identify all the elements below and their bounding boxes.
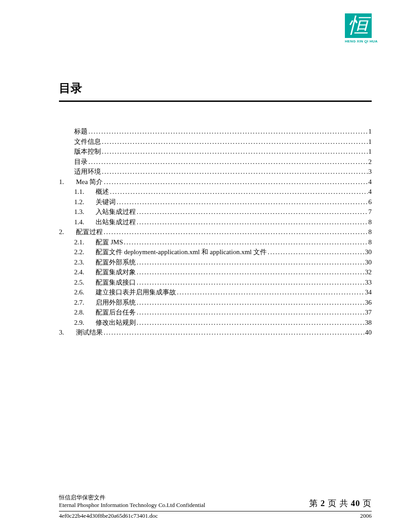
toc-entry: 1.Mea 简介4 [59, 177, 372, 187]
toc-page: 32 [365, 267, 372, 277]
toc-page: 1 [369, 137, 372, 147]
toc-leader [102, 139, 368, 147]
footer-rule [59, 511, 372, 511]
toc-page: 7 [369, 207, 372, 217]
footer-confidential-en: Eternal Phosphor Information Technology … [59, 501, 205, 509]
heading-rule [59, 101, 372, 102]
toc-page: 3 [369, 167, 372, 177]
logo-glyph: 恒 [348, 15, 369, 36]
toc-entry: 2.配置过程8 [59, 227, 372, 237]
footer-confidential-zh: 恒信启华保密文件 [59, 494, 205, 502]
footer-year: 2006 [360, 512, 372, 519]
toc-title: 出站集成过程 [96, 217, 136, 227]
toc-entry: 1.1.概述4 [59, 187, 372, 197]
toc-entry: 2.4.配置集成对象32 [59, 267, 372, 277]
toc-title: 配置 JMS [96, 237, 123, 247]
toc-leader [117, 200, 368, 207]
toc-title: 配置集成对象 [96, 267, 136, 277]
company-logo: 恒 HENG XIN QI HUA [345, 13, 372, 43]
toc-page: 1 [369, 126, 372, 137]
footer-page-indicator: 第 2 页 共 40 页 [309, 498, 372, 509]
toc-entry: 1.3.入站集成过程7 [59, 207, 372, 217]
toc-title: 配置集成接口 [96, 277, 136, 288]
toc-entry: 2.8.配置后台任务37 [59, 307, 372, 318]
toc-entry: 1.2.关键词6 [59, 197, 372, 207]
logo-mark: 恒 [345, 13, 372, 38]
footer-doc-ref: 4ef0c22b4e4d30f8be20a65d61c73401.doc [59, 512, 158, 519]
toc-leader [137, 220, 368, 227]
toc-leader [102, 169, 368, 177]
toc-entry: 2.3.配置外部系统30 [59, 257, 372, 268]
toc-entry: 2.2.配置文件 deployment-application.xml 和 ap… [59, 247, 372, 257]
toc-page: 6 [369, 197, 372, 207]
toc-title: 版本控制 [74, 147, 101, 157]
toc-title: 目录 [74, 157, 88, 167]
page-footer: 恒信启华保密文件 Eternal Phosphor Information Te… [59, 494, 372, 519]
toc-heading: 目录 [59, 80, 372, 96]
toc-page: 2 [369, 157, 372, 167]
toc-leader [88, 159, 368, 167]
toc-title: 启用外部系统 [96, 297, 136, 308]
toc-title: 配置文件 deployment-application.xml 和 applic… [96, 247, 267, 257]
toc-leader [88, 129, 368, 137]
toc-page: 8 [369, 237, 372, 247]
toc-entry: 文件信息1 [59, 137, 372, 147]
toc-number: 2.8. [74, 307, 96, 318]
toc-title: 配置外部系统 [96, 257, 136, 268]
toc-title: 配置过程 [76, 227, 103, 237]
toc-page: 40 [365, 327, 372, 338]
toc-page: 36 [365, 297, 372, 308]
toc-title: 入站集成过程 [96, 207, 136, 217]
toc-number: 2. [59, 227, 76, 237]
toc-number: 1.1. [74, 187, 96, 197]
toc-number: 2.4. [74, 267, 96, 277]
toc-entry: 2.6.建立接口表并启用集成事故34 [59, 287, 372, 297]
toc-page: 37 [365, 307, 372, 318]
toc-leader [137, 280, 364, 288]
toc-leader [104, 230, 368, 237]
table-of-contents: 标题1文件信息1版本控制1目录2适用环境31.Mea 简介41.1.概述41.2… [59, 126, 372, 338]
toc-title: 适用环境 [74, 167, 101, 177]
toc-number: 1.3. [74, 207, 96, 217]
toc-leader [137, 260, 364, 268]
toc-number: 3. [59, 327, 76, 338]
toc-page: 30 [365, 247, 372, 257]
logo-subtext: HENG XIN QI HUA [345, 39, 372, 43]
toc-leader [102, 149, 368, 157]
toc-leader [177, 290, 364, 297]
toc-page: 4 [369, 187, 372, 197]
toc-title: 修改出站规则 [96, 318, 136, 328]
toc-number: 2.5. [74, 277, 96, 288]
toc-leader [104, 180, 367, 187]
toc-title: 关键词 [96, 197, 116, 207]
toc-title: 建立接口表并启用集成事故 [96, 287, 176, 297]
toc-page: 8 [369, 217, 372, 227]
toc-leader [268, 250, 364, 257]
toc-title: 概述 [96, 187, 109, 197]
toc-entry: 2.9.修改出站规则38 [59, 318, 372, 328]
toc-number: 2.6. [74, 287, 96, 297]
toc-entry: 目录2 [59, 157, 372, 167]
toc-number: 1. [59, 177, 76, 187]
toc-number: 2.1. [74, 237, 96, 247]
toc-page: 33 [365, 277, 372, 288]
toc-title: Mea 简介 [76, 177, 103, 187]
toc-leader [137, 209, 368, 217]
toc-entry: 2.1.配置 JMS8 [59, 237, 372, 247]
toc-entry: 适用环境3 [59, 167, 372, 177]
toc-entry: 版本控制1 [59, 147, 372, 157]
toc-page: 4 [369, 177, 372, 187]
toc-number: 2.9. [74, 318, 96, 328]
toc-leader [124, 240, 367, 247]
toc-page: 38 [365, 318, 372, 328]
toc-page: 1 [369, 147, 372, 157]
toc-title: 标题 [74, 126, 88, 137]
toc-number: 2.2. [74, 247, 96, 257]
toc-number: 2.7. [74, 297, 96, 308]
toc-leader [110, 189, 368, 197]
toc-page: 34 [365, 287, 372, 297]
toc-entry: 2.7.启用外部系统36 [59, 297, 372, 308]
toc-title: 配置后台任务 [96, 307, 136, 318]
toc-page: 8 [369, 227, 372, 237]
toc-entry: 标题1 [59, 126, 372, 137]
